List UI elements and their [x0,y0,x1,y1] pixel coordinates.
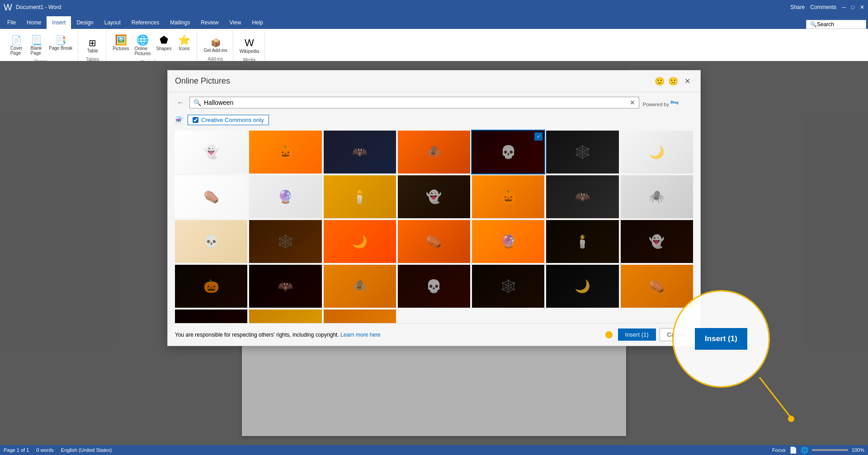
image-item-19[interactable]: 🔮 [472,220,544,263]
image-item-26[interactable]: 🕸️ [472,265,544,308]
pictures-icon: 🖼️ [115,34,127,46]
tab-references[interactable]: References [126,16,165,29]
image-item-12[interactable]: 🎃 [472,175,544,218]
status-bar: Page 1 of 1 0 words English (United Stat… [0,445,868,455]
creative-commons-filter[interactable]: Creative Commons only [188,115,269,125]
image-item-27[interactable]: 🌙 [546,265,618,308]
image-item-23[interactable]: 🦇 [249,265,321,308]
learn-more-link[interactable]: Learn more here [340,332,381,338]
modal-close-button[interactable]: ✕ [682,76,693,86]
language: English (United States) [61,447,112,453]
creative-commons-checkbox[interactable] [193,117,198,123]
shapes-button[interactable]: ⬟ Shapes [155,33,174,58]
tab-view[interactable]: View [224,16,247,29]
image-item-29[interactable]: 🔮 [175,310,247,323]
cancel-button[interactable]: Cancel [660,328,693,341]
minimize-icon[interactable]: ─ [842,4,846,10]
image-item-2[interactable]: 🎃 [249,131,321,174]
svg-line-1 [760,377,791,418]
tab-design[interactable]: Design [71,16,99,29]
cover-page-button[interactable]: 📄 CoverPage [7,33,25,57]
cover-page-icon: 📄 [11,35,22,46]
zoom-slider[interactable] [812,449,848,451]
wikipedia-icon: W [245,37,254,49]
tab-layout[interactable]: Layout [99,16,126,29]
search-icon: 🔍 [810,21,817,28]
image-item-18[interactable]: ⚰️ [398,220,470,263]
image-item-31[interactable]: 👻 [324,310,396,323]
tab-home[interactable]: Home [21,16,47,29]
image-item-30[interactable]: 🕯️ [249,310,321,323]
callout-insert-button: Insert (1) [695,328,747,350]
blank-page-button[interactable]: 📃 BlankPage [27,33,45,57]
image-item-15[interactable]: 💀 [175,220,247,263]
image-item-16[interactable]: 🕸️ [249,220,321,263]
tab-insert[interactable]: Insert [47,16,71,29]
powered-by: Powered by Bing [643,98,693,107]
layout-web-icon[interactable]: 🌐 [801,446,808,454]
image-item-4[interactable]: 🕷️ [398,131,470,174]
image-item-24[interactable]: 🕷️ [324,265,396,308]
image-item-28[interactable]: ⚰️ [621,265,693,308]
image-item-21[interactable]: 👻 [621,220,693,263]
image-item-22[interactable]: 🎃 [175,265,247,308]
pictures-button[interactable]: 🖼️ Pictures [111,33,131,58]
insert-button[interactable]: Insert (1) [618,328,656,341]
layout-print-icon[interactable]: 📄 [789,446,797,454]
modal-emoji-sad[interactable]: 🙁 [668,76,678,86]
modal-title: Online Pictures [175,76,230,86]
search-input[interactable] [204,99,627,106]
zoom-level: 100% [852,447,864,453]
image-item-3[interactable]: 🦇 [324,131,396,174]
wikipedia-button[interactable]: W Wikipedia [238,35,261,56]
shapes-icon: ⬟ [160,34,168,46]
page-break-button[interactable]: 📑 Page Break [47,33,74,57]
modal-footer: You are responsible for respecting other… [168,323,700,346]
search-icon: 🔍 [193,99,201,106]
image-item-6[interactable]: 🕸️ [546,131,618,174]
get-addins-button[interactable]: 📦 Get Add-ins [202,36,229,55]
focus-button[interactable]: Focus [772,447,786,453]
image-item-25[interactable]: 💀 [398,265,470,308]
search-box: 🔍 ✕ [189,97,639,108]
icons-button[interactable]: ⭐ Icons [175,33,193,58]
back-button[interactable]: ← [175,97,186,108]
comments-button[interactable]: Comments [810,4,836,10]
svg-text:Bing: Bing [670,100,679,104]
search-area: ← 🔍 ✕ Powered by Bing [168,92,700,113]
ribbon-search-input[interactable] [817,21,862,28]
table-icon: ⊞ [89,38,96,48]
image-item-11[interactable]: 👻 [398,175,470,218]
image-item-5[interactable]: 💀✓ [472,131,544,174]
word-count: 0 words [36,447,54,453]
bing-logo: Bing [670,98,693,106]
filter-icon[interactable]: ⚗️ [175,116,184,124]
footer-text: You are responsible for respecting other… [175,332,381,338]
online-pictures-button[interactable]: 🌐 OnlinePictures [132,33,152,58]
online-pictures-dialog: Online Pictures 🙂 🙁 ✕ ← 🔍 ✕ Powered by B… [167,70,701,346]
close-icon[interactable]: ✕ [860,4,864,10]
yellow-dot [605,331,613,338]
image-item-14[interactable]: 🕷️ [621,175,693,218]
image-item-7[interactable]: 🌙 [621,131,693,174]
tab-help[interactable]: Help [246,16,269,29]
image-item-9[interactable]: 🔮 [249,175,321,218]
modal-header: Online Pictures 🙂 🙁 ✕ [168,70,700,92]
image-item-20[interactable]: 🕯️ [546,220,618,263]
top-bar: W Document1 - Word Share Comments ─ □ ✕ [0,0,868,14]
app-title: Document1 - Word [16,4,61,10]
maximize-icon[interactable]: □ [851,4,854,10]
image-item-13[interactable]: 🦇 [546,175,618,218]
tab-mailings[interactable]: Mailings [165,16,195,29]
blank-page-icon: 📃 [31,35,42,46]
image-item-10[interactable]: 🕯️ [324,175,396,218]
share-button[interactable]: Share [790,4,805,10]
image-item-17[interactable]: 🌙 [324,220,396,263]
tab-file[interactable]: File [2,16,21,29]
table-button[interactable]: ⊞ Table [84,36,102,55]
tab-review[interactable]: Review [195,16,224,29]
image-item-8[interactable]: ⚰️ [175,175,247,218]
modal-emoji-happy[interactable]: 🙂 [655,76,665,86]
search-clear-button[interactable]: ✕ [630,99,635,106]
image-item-1[interactable]: 👻 [175,131,247,174]
